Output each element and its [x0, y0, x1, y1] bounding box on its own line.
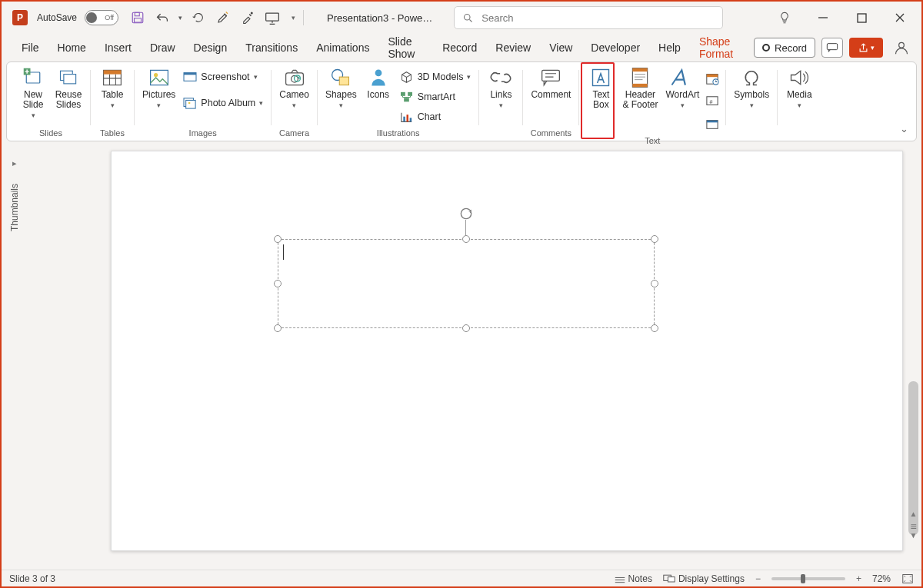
- shapes-button[interactable]: Shapes ▾: [322, 65, 360, 111]
- tab-file[interactable]: File: [12, 35, 48, 60]
- help-lightbulb-icon[interactable]: [768, 2, 801, 33]
- close-button[interactable]: [883, 2, 917, 33]
- svg-rect-34: [542, 70, 560, 81]
- wordart-button[interactable]: WordArt ▾: [662, 65, 702, 111]
- tab-record[interactable]: Record: [433, 35, 486, 60]
- search-input[interactable]: Search: [454, 6, 723, 29]
- tab-shape-format[interactable]: Shape Format: [690, 29, 754, 66]
- resize-handle[interactable]: [462, 324, 470, 332]
- symbols-button[interactable]: Symbols ▾: [731, 65, 772, 111]
- date-time-button[interactable]: [704, 68, 721, 88]
- display-settings-button[interactable]: Display Settings: [663, 573, 745, 584]
- quick-edit-icon[interactable]: [215, 9, 232, 26]
- resize-handle[interactable]: [651, 324, 658, 332]
- comment-button[interactable]: Comment: [528, 65, 574, 101]
- rotate-handle[interactable]: [458, 206, 474, 221]
- zoom-in-button[interactable]: +: [856, 573, 861, 584]
- screenshot-button[interactable]: Screenshot ▾: [180, 67, 266, 87]
- tab-slideshow[interactable]: Slide Show: [378, 29, 433, 66]
- reuse-slides-icon: [58, 67, 79, 88]
- cameo-button[interactable]: Cameo ▾: [276, 65, 312, 111]
- resize-handle[interactable]: [462, 235, 470, 243]
- fit-to-window-button[interactable]: [901, 573, 914, 584]
- tab-insert[interactable]: Insert: [95, 35, 141, 60]
- chevron-right-icon[interactable]: ▸: [12, 158, 17, 168]
- tab-transitions[interactable]: Transitions: [236, 35, 307, 60]
- account-icon[interactable]: [892, 38, 911, 57]
- prev-slide-icon[interactable]: ▲: [908, 510, 918, 519]
- svg-rect-26: [340, 77, 349, 85]
- status-bar: Slide 3 of 3 Notes Display Settings − + …: [2, 570, 921, 586]
- slide-nav-icon[interactable]: ≡: [908, 520, 918, 530]
- object-button[interactable]: [704, 115, 721, 135]
- svg-rect-12: [64, 75, 76, 84]
- cameo-icon: [284, 67, 305, 88]
- thumbnails-rail[interactable]: ▸ Thumbnails: [2, 145, 28, 570]
- share-button[interactable]: ▾: [849, 38, 883, 58]
- reuse-slides-button[interactable]: Reuse Slides: [52, 65, 85, 111]
- table-button[interactable]: Table ▾: [95, 65, 129, 111]
- svg-text:#: #: [710, 99, 713, 105]
- photo-album-icon: [183, 96, 197, 110]
- header-footer-icon: [629, 67, 651, 88]
- slide-number-button[interactable]: #: [704, 91, 721, 111]
- resize-handle[interactable]: [651, 235, 658, 243]
- record-button[interactable]: Record: [754, 38, 815, 58]
- autosave-label: AutoSave: [37, 12, 77, 23]
- smartart-icon: [400, 90, 414, 104]
- maximize-button[interactable]: [845, 2, 878, 33]
- icons-button[interactable]: Icons: [362, 65, 395, 101]
- resize-handle[interactable]: [274, 280, 282, 287]
- tab-home[interactable]: Home: [48, 35, 95, 60]
- minimize-button[interactable]: [806, 2, 840, 33]
- redo-icon[interactable]: [190, 9, 207, 26]
- links-button[interactable]: Links ▾: [484, 65, 518, 111]
- record-dot-icon: [762, 44, 770, 51]
- zoom-percent[interactable]: 72%: [872, 573, 891, 584]
- text-box-button[interactable]: Text Box: [584, 65, 618, 111]
- resize-handle[interactable]: [274, 324, 282, 332]
- collapse-ribbon-icon[interactable]: ⌄: [900, 123, 908, 135]
- svg-rect-48: [668, 576, 675, 581]
- undo-more-icon[interactable]: ▾: [178, 14, 182, 22]
- tab-design[interactable]: Design: [185, 35, 237, 60]
- notes-button[interactable]: Notes: [615, 573, 652, 584]
- next-slide-icon[interactable]: ▼: [908, 531, 918, 540]
- resize-handle[interactable]: [274, 235, 282, 243]
- vertical-scrollbar[interactable]: ▲ ≡ ▼: [908, 151, 918, 551]
- qat-overflow-icon[interactable]: ▾: [292, 14, 295, 22]
- cube-icon: [400, 70, 414, 84]
- tab-developer[interactable]: Developer: [581, 35, 649, 60]
- zoom-out-button[interactable]: −: [755, 573, 761, 584]
- tab-help[interactable]: Help: [649, 35, 690, 60]
- selected-text-box[interactable]: [278, 239, 655, 328]
- slide-canvas[interactable]: [111, 151, 903, 551]
- chart-button[interactable]: Chart: [397, 107, 475, 127]
- eyedropper-icon[interactable]: [239, 9, 256, 26]
- autosave-toggle[interactable]: Off: [85, 10, 118, 25]
- tab-review[interactable]: Review: [486, 35, 540, 60]
- zoom-slider[interactable]: [771, 577, 845, 580]
- undo-icon[interactable]: [154, 9, 171, 26]
- tab-animations[interactable]: Animations: [307, 35, 378, 60]
- tab-view[interactable]: View: [540, 35, 581, 60]
- group-slides: New Slide ▾ Reuse Slides Slides: [12, 65, 90, 141]
- svg-point-46: [461, 208, 471, 218]
- save-icon[interactable]: [129, 9, 146, 26]
- 3d-models-button[interactable]: 3D Models ▾: [397, 67, 475, 87]
- photo-album-button[interactable]: Photo Album ▾: [180, 93, 266, 113]
- media-button[interactable]: Media ▾: [782, 65, 816, 111]
- svg-point-21: [188, 102, 191, 105]
- new-slide-button[interactable]: New Slide ▾: [16, 65, 50, 121]
- header-footer-button[interactable]: Header & Footer: [619, 65, 661, 111]
- pictures-button[interactable]: Pictures ▾: [139, 65, 178, 111]
- slide-counter[interactable]: Slide 3 of 3: [9, 573, 55, 584]
- svg-rect-14: [104, 70, 122, 74]
- smartart-button[interactable]: SmartArt: [397, 87, 475, 107]
- resize-handle[interactable]: [651, 280, 658, 287]
- screenshot-icon: [183, 70, 197, 84]
- svg-rect-33: [410, 118, 412, 121]
- tab-draw[interactable]: Draw: [141, 35, 185, 60]
- comments-pane-button[interactable]: [821, 38, 843, 58]
- present-icon[interactable]: [264, 9, 281, 26]
